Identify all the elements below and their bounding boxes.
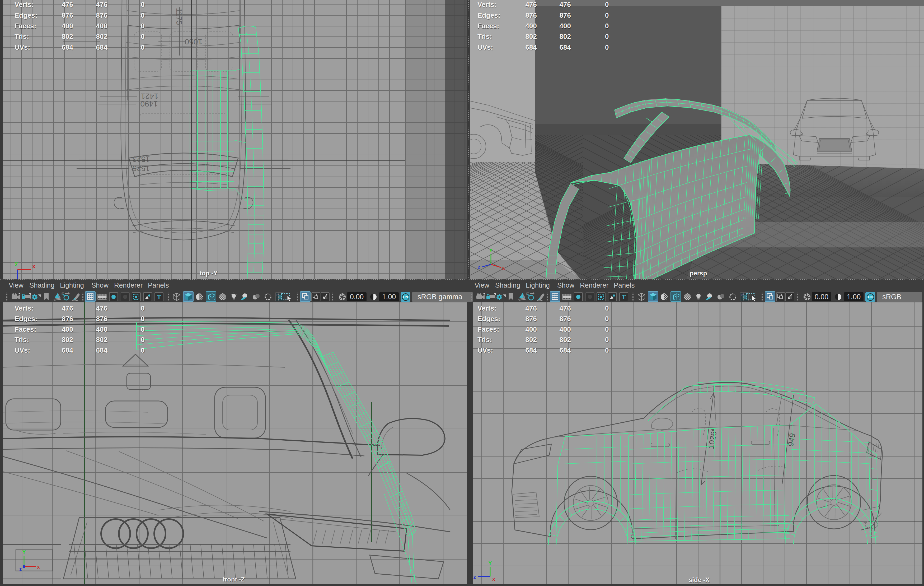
svg-text:z: z <box>473 574 476 580</box>
svg-text:Y: Y <box>489 248 492 254</box>
svg-text:Y: Y <box>22 550 26 555</box>
svg-text:x: x <box>32 263 35 270</box>
svg-text:z: z <box>19 567 22 572</box>
svg-text:Y: Y <box>488 560 492 566</box>
svg-text:x: x <box>492 577 495 582</box>
svg-text:y: y <box>15 260 18 267</box>
svg-text:T: T <box>157 294 161 300</box>
svg-text:z: z <box>478 265 481 270</box>
svg-text:x: x <box>502 266 505 271</box>
svg-text:x: x <box>37 564 40 570</box>
svg-text:T: T <box>622 294 625 300</box>
